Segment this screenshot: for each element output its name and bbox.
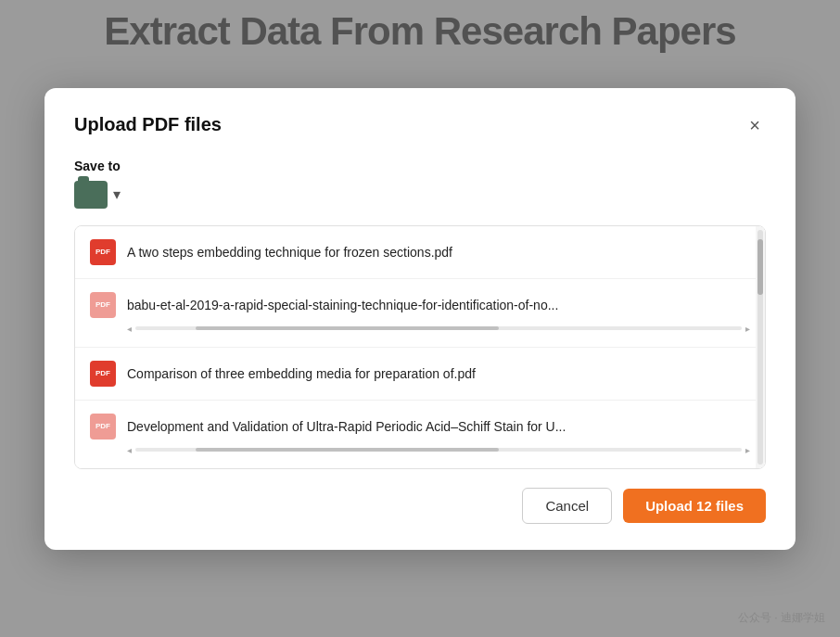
pdf-icon: PDF xyxy=(90,414,116,440)
scroll-left-icon[interactable]: ◂ xyxy=(127,324,132,334)
scroll-track xyxy=(135,326,742,330)
save-to-label: Save to xyxy=(74,159,766,173)
folder-selector[interactable]: ▾ xyxy=(74,181,766,209)
modal-footer: Cancel Upload 12 files xyxy=(74,488,766,524)
pdf-icon: PDF xyxy=(90,239,116,265)
scroll-thumb xyxy=(196,448,499,452)
cancel-button[interactable]: Cancel xyxy=(522,488,612,524)
list-item: PDF Comparison of three embedding media … xyxy=(75,348,765,401)
file-name: A two steps embedding technique for froz… xyxy=(127,245,452,260)
scroll-thumb xyxy=(196,326,499,330)
file-list-container: PDF A two steps embedding technique for … xyxy=(74,225,766,469)
pdf-icon: PDF xyxy=(90,292,116,318)
folder-icon xyxy=(74,181,108,209)
list-item: PDF Development and Validation of Ultra-… xyxy=(75,401,765,468)
scroll-right-icon[interactable]: ▸ xyxy=(745,324,750,334)
scroll-track xyxy=(135,448,742,452)
pdf-icon: PDF xyxy=(90,361,116,387)
file-name: Development and Validation of Ultra-Rapi… xyxy=(127,419,566,434)
modal-title: Upload PDF files xyxy=(74,114,222,135)
list-item: PDF babu-et-al-2019-a-rapid-special-stai… xyxy=(75,279,765,348)
file-list-scroll[interactable]: PDF A two steps embedding technique for … xyxy=(75,226,765,468)
file-item-row: PDF babu-et-al-2019-a-rapid-special-stai… xyxy=(90,292,750,318)
scroll-right-icon[interactable]: ▸ xyxy=(745,445,750,455)
save-to-section: Save to ▾ xyxy=(74,159,766,209)
chevron-down-icon: ▾ xyxy=(113,185,121,203)
watermark: 公众号 · 迪娜学姐 xyxy=(738,610,825,626)
file-item-row: PDF Development and Validation of Ultra-… xyxy=(90,414,750,440)
upload-button[interactable]: Upload 12 files xyxy=(623,489,766,523)
vertical-scrollbar[interactable] xyxy=(756,226,765,468)
file-name: Comparison of three embedding media for … xyxy=(127,366,476,381)
horizontal-scrollbar[interactable]: ◂ ▸ xyxy=(90,324,750,334)
vscroll-thumb xyxy=(757,239,763,295)
modal-header: Upload PDF files × xyxy=(74,114,766,136)
scroll-left-icon[interactable]: ◂ xyxy=(127,445,132,455)
horizontal-scrollbar[interactable]: ◂ ▸ xyxy=(90,445,750,455)
list-item: PDF A two steps embedding technique for … xyxy=(75,226,765,279)
close-button[interactable]: × xyxy=(744,114,766,136)
file-name: babu-et-al-2019-a-rapid-special-staining… xyxy=(127,298,558,312)
upload-modal: Upload PDF files × Save to ▾ PDF A two s… xyxy=(45,88,795,550)
vscroll-track xyxy=(757,230,763,465)
